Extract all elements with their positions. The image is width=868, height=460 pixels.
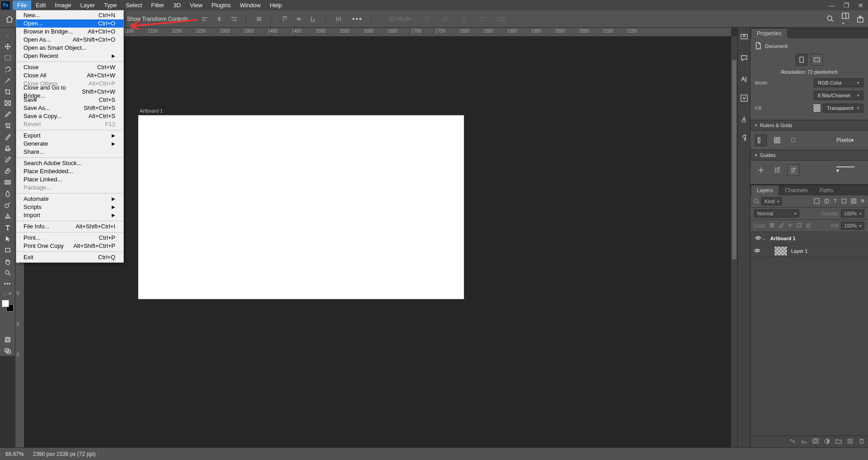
brush-tool-icon[interactable] — [2, 132, 14, 142]
file-menu-open-as-smart-object[interactable]: Open as Smart Object... — [16, 44, 123, 52]
align-bottom-icon[interactable] — [309, 15, 317, 23]
file-menu-close-and-go-to-bridge[interactable]: Close and Go to Bridge...Shift+Ctrl+W — [16, 88, 123, 96]
filter-adjust-icon[interactable] — [824, 198, 830, 205]
tab-layers[interactable]: Layers — [751, 185, 778, 195]
file-menu-close-all[interactable]: Close AllAlt+Ctrl+W — [16, 71, 123, 80]
menu-layer[interactable]: Layer — [76, 0, 100, 10]
lock-brush-icon[interactable] — [778, 223, 784, 229]
file-menu-scripts[interactable]: Scripts▶ — [16, 203, 123, 211]
tab-paths[interactable]: Paths — [814, 185, 839, 195]
menu-3d[interactable]: 3D — [169, 0, 185, 10]
menu-window[interactable]: Window — [235, 0, 265, 10]
lock-position-icon[interactable] — [788, 223, 793, 229]
lock-guides-button[interactable] — [788, 164, 799, 176]
layer-row[interactable]: Layer 1 — [750, 245, 868, 257]
file-menu-search-adobe-stock[interactable]: Search Adobe Stock... — [16, 159, 123, 167]
fx-icon[interactable]: fx▾ — [801, 439, 807, 445]
align-vcenter-icon[interactable] — [295, 15, 303, 23]
toggle-grid-button[interactable] — [771, 134, 783, 146]
artboard-canvas[interactable] — [138, 115, 464, 299]
link-layers-icon[interactable] — [789, 438, 796, 445]
bits-select[interactable]: 8 Bits/Channel▾ — [814, 91, 863, 100]
menu-help[interactable]: Help — [265, 0, 287, 10]
hand-tool-icon[interactable] — [2, 256, 14, 266]
swap-colors-icon[interactable]: ⬚ ↺ — [2, 290, 14, 297]
eyedropper-tool-icon[interactable] — [2, 109, 14, 119]
lasso-tool-icon[interactable] — [2, 64, 14, 74]
file-menu-open-as[interactable]: Open As...Alt+Shift+Ctrl+O — [16, 36, 123, 44]
file-menu-place-embedded[interactable]: Place Embedded... — [16, 167, 123, 175]
toggle-pixel-grid-button[interactable] — [788, 134, 799, 146]
new-layer-icon[interactable] — [847, 438, 853, 446]
file-menu-print-one-copy[interactable]: Print One CopyAlt+Shift+Ctrl+P — [16, 242, 123, 250]
shape-tool-icon[interactable] — [2, 245, 14, 255]
share-icon[interactable] — [856, 15, 864, 23]
tab-channels[interactable]: Channels — [779, 185, 813, 195]
color-mode-select[interactable]: RGB Color▾ — [814, 78, 863, 87]
guide-color-select[interactable]: ▾ — [836, 166, 863, 174]
fill-swatch[interactable] — [813, 104, 821, 113]
opacity-input[interactable]: 100%▾ — [841, 209, 864, 218]
pen-tool-icon[interactable] — [2, 211, 14, 221]
search-icon[interactable] — [826, 15, 835, 23]
menu-edit[interactable]: Edit — [31, 0, 50, 10]
zoom-tool-icon[interactable] — [2, 268, 14, 278]
file-menu-exit[interactable]: ExitCtrl+Q — [16, 253, 123, 261]
learn-panel-icon[interactable] — [740, 33, 748, 43]
group-icon[interactable] — [835, 438, 842, 445]
file-menu-print[interactable]: Print...Ctrl+P — [16, 234, 123, 242]
file-menu-open-recent[interactable]: Open Recent▶ — [16, 52, 123, 60]
toggle-rulers-button[interactable] — [755, 134, 767, 146]
layer-row[interactable]: ⌄Artboard 1 — [750, 232, 868, 245]
file-menu-share[interactable]: Share... — [16, 148, 123, 156]
file-menu-place-linked[interactable]: Place Linked... — [16, 175, 123, 184]
blend-mode-select[interactable]: Normal▾ — [754, 209, 799, 218]
file-menu-save-a-copy[interactable]: Save a Copy...Alt+Ctrl+S — [16, 112, 123, 120]
blur-tool-icon[interactable] — [2, 189, 14, 199]
landscape-orient-button[interactable] — [811, 54, 823, 66]
delete-layer-icon[interactable] — [859, 438, 864, 446]
file-menu-file-info[interactable]: File Info...Alt+Shift+Ctrl+I — [16, 223, 123, 231]
frame-tool-icon[interactable] — [2, 98, 14, 108]
type-tool-icon[interactable] — [2, 223, 14, 232]
filter-toggle-icon[interactable] — [861, 199, 864, 203]
eraser-tool-icon[interactable] — [2, 166, 14, 176]
layer-fill-input[interactable]: 100%▾ — [841, 222, 864, 230]
expand-icon[interactable]: ⌄ — [762, 236, 768, 241]
menu-image[interactable]: Image — [50, 0, 75, 10]
lock-all-icon[interactable] — [806, 223, 811, 229]
expand-grip-icon[interactable]: » — [2, 30, 14, 40]
menu-select[interactable]: Select — [121, 0, 146, 10]
screen-mode-icon[interactable] — [2, 346, 14, 356]
more-options-icon[interactable]: ••• — [352, 15, 363, 23]
distribute-icon[interactable] — [335, 15, 343, 23]
lock-artboard-icon[interactable] — [797, 223, 802, 229]
properties-tab[interactable]: Properties — [751, 28, 787, 38]
history-brush-tool-icon[interactable] — [2, 155, 14, 165]
filter-type-icon[interactable]: T — [834, 198, 837, 205]
character-styles-panel-icon[interactable]: A — [742, 115, 746, 123]
file-menu-export[interactable]: Export▶ — [16, 132, 123, 140]
visibility-icon[interactable] — [755, 235, 762, 242]
menu-type[interactable]: Type — [99, 0, 121, 10]
portrait-orient-button[interactable] — [796, 54, 807, 66]
file-menu-automate[interactable]: Automate▶ — [16, 195, 123, 203]
home-icon[interactable] — [3, 13, 16, 25]
zoom-level[interactable]: 66.67% — [5, 451, 24, 457]
ruler-units-select[interactable]: Pixels▾ — [836, 137, 863, 143]
align-hcenter-icon[interactable] — [215, 15, 223, 23]
file-menu-open[interactable]: Open...Ctrl+O — [16, 19, 123, 28]
gradient-tool-icon[interactable] — [2, 177, 14, 187]
move-tool-icon[interactable] — [2, 42, 14, 52]
close-icon[interactable]: ✕ — [854, 0, 868, 10]
glyphs-panel-icon[interactable] — [740, 94, 748, 104]
file-menu-generate[interactable]: Generate▶ — [16, 140, 123, 148]
artboard-label[interactable]: Artboard 1 — [140, 108, 163, 114]
maximize-icon[interactable]: ❐ — [839, 0, 854, 10]
new-guide-layout-button[interactable] — [771, 164, 783, 176]
file-menu-close[interactable]: CloseCtrl+W — [16, 63, 123, 71]
comments-panel-icon[interactable] — [740, 54, 748, 64]
align-right-icon[interactable] — [229, 15, 237, 23]
file-menu-browse-in-bridge[interactable]: Browse in Bridge...Alt+Ctrl+O — [16, 28, 123, 36]
menu-view[interactable]: View — [185, 0, 207, 10]
